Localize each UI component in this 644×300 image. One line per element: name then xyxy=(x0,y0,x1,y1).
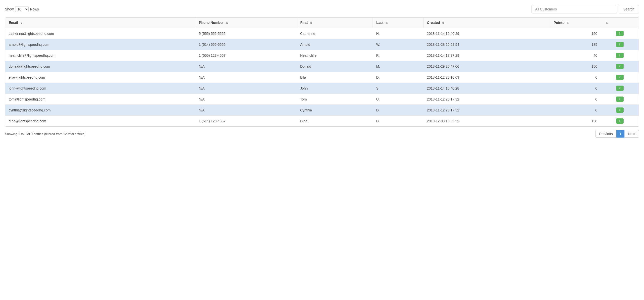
cell-action: i xyxy=(601,83,639,94)
cell-first: Ella xyxy=(296,72,373,83)
previous-button[interactable]: Previous xyxy=(596,130,616,138)
next-button[interactable]: Next xyxy=(624,130,639,138)
col-points-sort-icon: ⇅ xyxy=(566,22,568,25)
filter-input[interactable] xyxy=(532,5,616,14)
cell-points: 150 xyxy=(550,61,601,72)
cell-created: 2018-11-14 16:40:29 xyxy=(423,28,550,39)
cell-action: i xyxy=(601,94,639,105)
col-first[interactable]: First ⇅ xyxy=(296,18,373,28)
info-button[interactable]: i xyxy=(616,118,624,124)
cell-phone: 5 (555) 555-5555 xyxy=(195,28,296,39)
top-bar: Show 102550100 Rows Search xyxy=(5,5,639,14)
search-button[interactable]: Search xyxy=(618,5,639,14)
cell-points: 0 xyxy=(550,72,601,83)
cell-created: 2018-11-12 23:17:32 xyxy=(423,94,550,105)
cell-email: catherine@lightspeedhq.com xyxy=(5,28,195,39)
cell-last: S. xyxy=(373,83,424,94)
table-row: heathcliffe@lightspeedhq.com1 (555) 123-… xyxy=(5,50,639,61)
cell-created: 2018-11-14 16:40:28 xyxy=(423,83,550,94)
cell-phone: N/A xyxy=(195,94,296,105)
rows-select[interactable]: 102550100 xyxy=(15,6,28,12)
col-last[interactable]: Last ⇅ xyxy=(373,18,424,28)
bottom-bar: Showing 1 to 9 of 9 entries (filtered fr… xyxy=(5,130,639,138)
customers-table: Email ▲ Phone Number ⇅ First ⇅ Last ⇅ Cr… xyxy=(5,18,639,126)
col-email-label: Email xyxy=(9,21,18,25)
pagination: Previous 1 Next xyxy=(596,130,639,138)
cell-action: i xyxy=(601,50,639,61)
cell-email: john@lightspeedhq.com xyxy=(5,83,195,94)
cell-first: Heathcliffe xyxy=(296,50,373,61)
cell-created: 2018-11-29 20:47:06 xyxy=(423,61,550,72)
col-email-sort-icon: ▲ xyxy=(20,22,23,24)
info-button[interactable]: i xyxy=(616,108,624,113)
col-email[interactable]: Email ▲ xyxy=(5,18,195,28)
info-button[interactable]: i xyxy=(616,64,624,69)
cell-phone: 1 (514) 555-5555 xyxy=(195,39,296,50)
info-button[interactable]: i xyxy=(616,31,624,36)
info-button[interactable]: i xyxy=(616,75,624,80)
cell-action: i xyxy=(601,105,639,116)
cell-created: 2018-11-12 23:17:32 xyxy=(423,105,550,116)
cell-last: M. xyxy=(373,61,424,72)
cell-last: R. xyxy=(373,50,424,61)
table-row: dina@lightspeedhq.com1 (514) 123-4567Din… xyxy=(5,116,639,126)
cell-first: Tom xyxy=(296,94,373,105)
cell-points: 150 xyxy=(550,28,601,39)
cell-created: 2018-11-12 23:16:09 xyxy=(423,72,550,83)
cell-action: i xyxy=(601,61,639,72)
col-last-sort-icon: ⇅ xyxy=(386,22,388,25)
col-phone-sort-icon: ⇅ xyxy=(226,22,228,25)
cell-points: 40 xyxy=(550,50,601,61)
cell-first: Arnold xyxy=(296,39,373,50)
cell-email: arnold@lightspeedhq.com xyxy=(5,39,195,50)
table-row: tom@lightspeedhq.comN/ATomU.2018-11-12 2… xyxy=(5,94,639,105)
col-phone[interactable]: Phone Number ⇅ xyxy=(195,18,296,28)
table-row: catherine@lightspeedhq.com5 (555) 555-55… xyxy=(5,28,639,39)
cell-first: Cynthia xyxy=(296,105,373,116)
cell-last: D. xyxy=(373,105,424,116)
table-row: ella@lightspeedhq.comN/AEllaD.2018-11-12… xyxy=(5,72,639,83)
table-row: arnold@lightspeedhq.com1 (514) 555-5555A… xyxy=(5,39,639,50)
info-button[interactable]: i xyxy=(616,96,624,102)
cell-email: dina@lightspeedhq.com xyxy=(5,116,195,126)
cell-phone: N/A xyxy=(195,61,296,72)
cell-points: 0 xyxy=(550,94,601,105)
status-text: Showing 1 to 9 of 9 entries (filtered fr… xyxy=(5,132,86,136)
col-created[interactable]: Created ⇅ xyxy=(423,18,550,28)
col-created-label: Created xyxy=(427,21,440,25)
col-last-label: Last xyxy=(376,21,384,25)
cell-first: Dina xyxy=(296,116,373,126)
col-first-label: First xyxy=(300,21,308,25)
rows-label: Rows xyxy=(30,7,39,11)
table-header: Email ▲ Phone Number ⇅ First ⇅ Last ⇅ Cr… xyxy=(5,18,639,28)
customers-table-container: Email ▲ Phone Number ⇅ First ⇅ Last ⇅ Cr… xyxy=(5,18,639,126)
cell-first: Donald xyxy=(296,61,373,72)
col-phone-label: Phone Number xyxy=(199,21,224,25)
info-button[interactable]: i xyxy=(616,86,624,91)
cell-action: i xyxy=(601,72,639,83)
cell-last: D. xyxy=(373,72,424,83)
cell-first: John xyxy=(296,83,373,94)
info-button[interactable]: i xyxy=(616,53,624,58)
col-points-label: Points xyxy=(554,21,564,25)
show-label: Show xyxy=(5,7,14,11)
table-body: catherine@lightspeedhq.com5 (555) 555-55… xyxy=(5,28,639,126)
cell-action: i xyxy=(601,39,639,50)
cell-last: W. xyxy=(373,39,424,50)
info-button[interactable]: i xyxy=(616,42,624,47)
cell-points: 185 xyxy=(550,39,601,50)
cell-action: i xyxy=(601,28,639,39)
cell-points: 0 xyxy=(550,83,601,94)
cell-created: 2018-11-14 17:37:29 xyxy=(423,50,550,61)
page-number-button[interactable]: 1 xyxy=(616,130,624,138)
cell-points: 150 xyxy=(550,116,601,126)
col-action[interactable]: ⇅ xyxy=(601,18,639,28)
col-points[interactable]: Points ⇅ xyxy=(550,18,601,28)
cell-last: U. xyxy=(373,94,424,105)
cell-phone: N/A xyxy=(195,105,296,116)
cell-action: i xyxy=(601,116,639,126)
show-rows-control: Show 102550100 Rows xyxy=(5,6,39,12)
table-row: john@lightspeedhq.comN/AJohnS.2018-11-14… xyxy=(5,83,639,94)
cell-phone: N/A xyxy=(195,72,296,83)
cell-phone: 1 (555) 123-4567 xyxy=(195,50,296,61)
